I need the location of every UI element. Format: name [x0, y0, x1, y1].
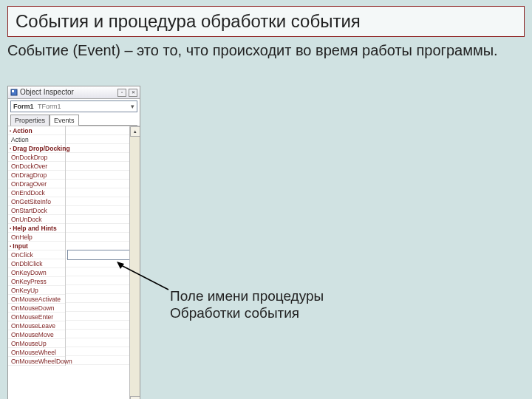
- list-item[interactable]: OnMouseEnter: [8, 313, 65, 321]
- inspector-titlebar[interactable]: Object Inspector ▫ ✕: [8, 86, 140, 99]
- list-item[interactable]: OnDragOver: [8, 180, 65, 188]
- list-item[interactable]: OnStartDock: [8, 206, 65, 215]
- list-item[interactable]: OnMouseWheel: [8, 348, 65, 357]
- slide-subtitle-text: Событие (Event) – это то, что происходит…: [7, 42, 498, 58]
- list-item[interactable]: OnDockOver: [8, 162, 65, 171]
- vertical-scrollbar[interactable]: ▴ ▾: [129, 126, 140, 399]
- slide-title: События и процедура обработки события: [7, 6, 525, 37]
- callout-line2: Обработки события: [170, 305, 324, 322]
- list-item[interactable]: OnMouseWheelDown: [8, 357, 65, 366]
- callout-label: Поле имени процедуры Обработки события: [170, 288, 324, 322]
- restore-icon[interactable]: ▫: [117, 89, 126, 97]
- scroll-down-icon[interactable]: ▾: [130, 396, 140, 399]
- list-item[interactable]: OnUnDock: [8, 215, 65, 224]
- tab-events-label: Events: [54, 117, 75, 124]
- component-selector-combo[interactable]: Form1 TForm1 ▾: [10, 100, 137, 112]
- event-onclick[interactable]: OnClick: [8, 250, 65, 259]
- list-item[interactable]: OnMouseUp: [8, 339, 65, 348]
- list-item[interactable]: OnDragDrop: [8, 171, 65, 180]
- list-item[interactable]: OnKeyUp: [8, 286, 65, 295]
- combo-name: Form1: [13, 103, 34, 110]
- list-item[interactable]: Action: [8, 135, 65, 144]
- event-name-column: Action Action Drag Drop/Docking OnDockDr…: [8, 126, 66, 366]
- tab-properties[interactable]: Properties: [10, 115, 50, 126]
- list-item[interactable]: OnDockDrop: [8, 153, 65, 162]
- close-icon[interactable]: ✕: [129, 89, 137, 97]
- list-item[interactable]: OnKeyDown: [8, 268, 65, 277]
- list-item[interactable]: OnDblClick: [8, 259, 65, 268]
- events-grid: » Action Action Drag Drop/Docking OnDock…: [8, 126, 140, 399]
- object-inspector-panel: Object Inspector ▫ ✕ Form1 TForm1 ▾ Prop…: [7, 86, 140, 399]
- list-item[interactable]: OnMouseActivate: [8, 295, 65, 304]
- group-input[interactable]: Input: [8, 242, 65, 250]
- chevron-down-icon: ▾: [124, 102, 134, 111]
- inspector-title-text: Object Inspector: [20, 88, 74, 97]
- list-item[interactable]: OnMouseDown: [8, 304, 65, 313]
- list-item[interactable]: OnMouseMove: [8, 330, 65, 339]
- event-value-column: ▾: [66, 126, 140, 366]
- tab-events[interactable]: Events: [50, 115, 79, 126]
- inspector-tabs: Properties Events: [10, 114, 137, 125]
- list-item[interactable]: OnMouseLeave: [8, 321, 65, 330]
- group-help[interactable]: Help and Hints: [8, 224, 65, 233]
- group-action[interactable]: Action: [8, 126, 65, 135]
- list-item[interactable]: OnGetSiteInfo: [8, 197, 65, 206]
- slide-subtitle: Событие (Event) – это то, что происходит…: [7, 41, 525, 60]
- slide-title-text: События и процедура обработки события: [16, 11, 361, 31]
- callout-line1: Поле имени процедуры: [170, 288, 324, 305]
- tab-properties-label: Properties: [15, 117, 45, 124]
- app-icon: [10, 89, 18, 96]
- group-drag[interactable]: Drag Drop/Docking: [8, 144, 65, 153]
- list-item[interactable]: OnKeyPress: [8, 277, 65, 286]
- scroll-up-icon[interactable]: ▴: [130, 126, 140, 137]
- svg-rect-1: [12, 90, 14, 92]
- combo-type: TForm1: [38, 103, 61, 110]
- list-item[interactable]: OnEndDock: [8, 188, 65, 197]
- list-item[interactable]: OnHelp: [8, 233, 65, 242]
